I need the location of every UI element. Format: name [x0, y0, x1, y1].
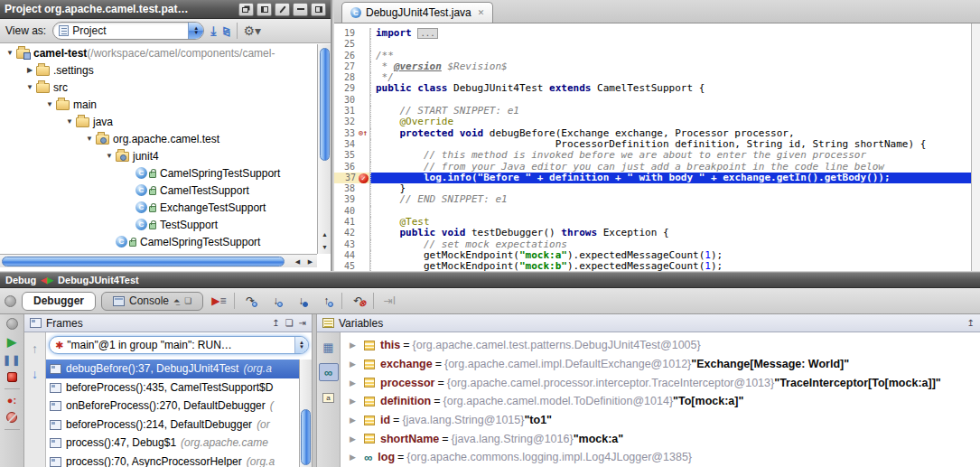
code-line-29[interactable]: 29public class DebugJUnit4Test extends C…: [334, 83, 971, 94]
frames-scroll-thumb[interactable]: [301, 409, 311, 465]
evaluate-expression-button[interactable]: ▦: [319, 338, 339, 356]
expand-arrow-icon[interactable]: ▶: [350, 434, 364, 444]
overriding-method-icon[interactable]: ↑: [357, 128, 369, 139]
code-line-27[interactable]: 27 * @version $Revision$: [334, 61, 971, 72]
tree-expander[interactable]: ▶: [23, 66, 36, 74]
stop-button[interactable]: [7, 372, 17, 382]
hide-window-button[interactable]: [311, 3, 326, 16]
tree-expander[interactable]: ▼: [63, 117, 76, 126]
variable-row-id[interactable]: ▶id={java.lang.String@1015}"to1": [341, 411, 980, 430]
hscroll-thumb[interactable]: [2, 257, 285, 266]
hide-panel-icon[interactable]: ⇥: [299, 318, 306, 328]
scroll-left-button[interactable]: ◀: [291, 255, 304, 268]
tab-console[interactable]: Console ⏶̲ ❏: [101, 292, 203, 311]
tree-item-src[interactable]: ▼src: [0, 79, 317, 96]
expand-arrow-icon[interactable]: ▶: [350, 453, 364, 462]
watches-toggle-button[interactable]: ∞: [319, 363, 339, 381]
tree-item-java[interactable]: ▼java: [0, 113, 317, 130]
restore-layout-icon[interactable]: ↥: [272, 318, 279, 328]
frames-scrollbar[interactable]: [299, 360, 312, 467]
select-stepper[interactable]: ▲▼: [188, 23, 203, 39]
editor-body[interactable]: 19import ...2526/**27 * @version $Revisi…: [334, 23, 980, 271]
variable-row-exchange[interactable]: ▶exchange={org.apache.camel.impl.Default…: [341, 355, 980, 374]
tree-expander[interactable]: ▼: [4, 49, 16, 57]
expand-arrow-icon[interactable]: ▶: [350, 378, 364, 388]
frame-row[interactable]: process():70, AsyncProcessorHelper (org.…: [46, 453, 299, 467]
editor-tab-debugjunit4test[interactable]: C DebugJUnit4Test.java ✕: [341, 2, 493, 23]
tree-item-CamelTestSupport[interactable]: CCamelTestSupport: [0, 182, 317, 199]
console-export-icon[interactable]: ⏶̲: [173, 296, 180, 306]
step-over-button[interactable]: ↷: [240, 293, 260, 309]
code-line-19[interactable]: 19import ...: [334, 28, 971, 39]
tree-item-org.apache.camel.test[interactable]: ▼org.apache.camel.test: [0, 130, 317, 147]
frame-row[interactable]: onBeforeProcess():270, DefaultDebugger (: [46, 397, 299, 416]
expand-arrow-icon[interactable]: ▶: [350, 360, 364, 369]
tree-expander[interactable]: ▼: [23, 83, 36, 91]
expand-arrow-icon[interactable]: ▶: [350, 416, 364, 425]
tree-item-CamelSpringTestSupport[interactable]: CCamelSpringTestSupport: [0, 233, 317, 250]
tree-item-junit4[interactable]: ▼junit4: [0, 147, 317, 164]
pause-button[interactable]: ❚❚: [3, 354, 21, 366]
tree-item-.settings[interactable]: ▶.settings: [0, 61, 317, 79]
expand-arrow-icon[interactable]: ▶: [350, 397, 364, 406]
console-float-icon[interactable]: ❏: [184, 296, 191, 305]
scroll-up-button[interactable]: ▲: [318, 229, 331, 241]
tree-item-TestSupport[interactable]: CTestSupport: [0, 216, 317, 233]
scroll-right-button[interactable]: ▶: [303, 255, 317, 268]
project-horizontal-scrollbar[interactable]: ◀ ▶: [0, 254, 317, 267]
vscroll-thumb[interactable]: [320, 48, 330, 161]
minimize-window-button[interactable]: [293, 3, 308, 16]
step-out-button[interactable]: ↑: [316, 293, 336, 309]
frame-row[interactable]: beforeProcess():435, CamelTestSupport$D: [46, 378, 299, 397]
project-vertical-scrollbar[interactable]: ▲ ▼: [317, 44, 331, 254]
variable-row-log[interactable]: ▶∞log={org.apache.commons.logging.impl.L…: [341, 448, 980, 467]
mute-breakpoints-button[interactable]: [6, 412, 17, 423]
error-stripe[interactable]: [971, 23, 980, 271]
frame-row[interactable]: process():47, Debug$1 (org.apache.came: [46, 434, 299, 453]
resume-button[interactable]: ▶: [7, 336, 16, 348]
show-execution-point-button[interactable]: ▶≡: [209, 293, 229, 309]
variable-row-this[interactable]: ▶this={org.apache.camel.test.patterns.De…: [341, 336, 980, 355]
view-breakpoints-button[interactable]: ●:: [7, 396, 16, 406]
frame-row[interactable]: debugBefore():37, DebugJUnit4Test (org.a: [46, 360, 299, 378]
code-line-45[interactable]: 45 getMockEndpoint("mock:b").expectedMes…: [334, 261, 971, 271]
step-into-button[interactable]: ↓: [266, 293, 285, 309]
code-line-39[interactable]: 39 // END SNIPPET: e1: [334, 194, 971, 205]
autoscroll-to-source-button[interactable]: ⤓: [210, 23, 216, 39]
pop-frame-button[interactable]: ↶⊗: [348, 293, 368, 309]
frame-row[interactable]: beforeProcess():214, DefaultDebugger (or: [46, 416, 299, 434]
breakpoint-icon[interactable]: ✓: [359, 173, 369, 183]
tree-expander[interactable]: ▼: [83, 135, 96, 143]
thread-selector[interactable]: ✱ "main"@1 in group "main": RUN… ▲▼: [49, 336, 309, 354]
collapse-all-button[interactable]: ⧎: [222, 25, 229, 37]
restore-layout-icon[interactable]: ↥: [967, 318, 975, 328]
tree-expander[interactable]: ▼: [43, 100, 56, 108]
tab-debugger[interactable]: Debugger: [22, 292, 96, 311]
tree-item-main[interactable]: ▼main: [0, 96, 317, 113]
next-frame-button[interactable]: ↓: [32, 367, 38, 381]
float-window-button[interactable]: [238, 3, 254, 16]
close-tab-icon[interactable]: ✕: [478, 8, 485, 17]
code-line-37[interactable]: 37✓ log.info("Before " + definition + " …: [334, 173, 971, 183]
folded-imports[interactable]: ...: [417, 28, 437, 39]
code-line-25[interactable]: 25: [334, 39, 971, 50]
variable-row-processor[interactable]: ▶processor={org.apache.camel.processor.i…: [341, 373, 980, 392]
expand-arrow-icon[interactable]: ▶: [350, 341, 364, 350]
thread-stepper[interactable]: ▲▼: [294, 337, 308, 353]
run-to-cursor-button[interactable]: ⇥I: [379, 293, 399, 309]
force-step-into-button[interactable]: ↓: [291, 293, 311, 309]
variable-row-definition[interactable]: ▶definition={org.apache.camel.model.ToDe…: [341, 392, 980, 411]
tree-item-CamelSpringTestSupport[interactable]: CCamelSpringTestSupport: [0, 164, 317, 182]
dock-window-button[interactable]: [257, 3, 272, 16]
tree-item-camel-test[interactable]: ▼camel-test (/workspace/camel/components…: [0, 44, 317, 61]
tree-item-ExchangeTestSupport[interactable]: CExchangeTestSupport: [0, 199, 317, 216]
type-view-button[interactable]: a: [319, 388, 339, 406]
code-line-40[interactable]: 40: [334, 206, 971, 217]
float-panel-icon[interactable]: ❏: [285, 318, 294, 328]
view-as-select[interactable]: Project ▲▼: [52, 22, 204, 40]
settings-gear-button[interactable]: ⚙▾: [244, 23, 262, 38]
pin-window-button[interactable]: [275, 3, 290, 16]
scroll-down-button[interactable]: ▼: [318, 241, 331, 254]
variable-row-shortName[interactable]: ▶shortName={java.lang.String@1016}"mock:…: [341, 429, 980, 448]
previous-frame-button[interactable]: ↑: [32, 341, 38, 356]
